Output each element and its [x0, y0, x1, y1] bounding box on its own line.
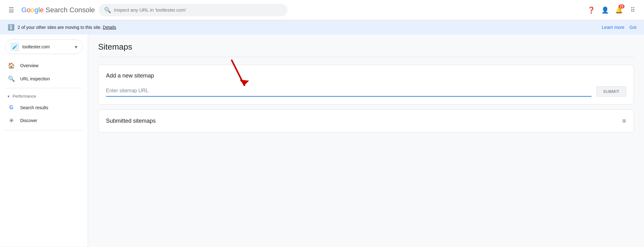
submitted-sitemaps-card: Submitted sitemaps ≡	[98, 110, 634, 132]
discover-icon: ✳	[8, 117, 15, 124]
header-actions: ❓ 👤 🔔 23 ⠿	[585, 4, 639, 16]
banner-message: 2 of your other sites are moving to this…	[18, 25, 599, 30]
property-name: tooltester.com	[22, 44, 72, 49]
collapse-arrow-icon: ▾	[8, 94, 9, 99]
search-icon: 🔍	[8, 75, 15, 82]
notification-banner: ℹ️ 2 of your other sites are moving to t…	[0, 20, 644, 35]
page-divider	[98, 57, 634, 57]
account-button[interactable]: 👤	[599, 4, 611, 16]
got-link[interactable]: Got	[629, 25, 636, 30]
url-search-bar[interactable]: 🔍	[99, 4, 287, 16]
apps-grid-icon: ⠿	[630, 6, 635, 14]
nav-divider-2	[5, 130, 83, 130]
add-sitemap-card-title: Add a new sitemap	[106, 72, 626, 79]
main-content: Sitemaps Add a new sitemap SUBMIT	[88, 35, 644, 246]
apps-button[interactable]: ⠿	[626, 4, 639, 16]
sidebar-item-label-url-inspection: URL inspection	[20, 76, 50, 81]
app-title: Search Console	[46, 6, 95, 14]
home-icon: 🏠	[8, 62, 15, 69]
sidebar-item-label-search-results: Search results	[20, 105, 48, 110]
person-icon: 👤	[601, 6, 609, 14]
sidebar-item-label-discover: Discover	[20, 118, 37, 123]
sidebar-item-search-results[interactable]: G Search results	[0, 102, 83, 114]
submit-sitemap-button[interactable]: SUBMIT	[597, 86, 626, 97]
info-icon: ℹ️	[8, 24, 14, 31]
property-dropdown-icon: ▾	[75, 44, 77, 50]
submitted-sitemaps-title: Submitted sitemaps	[106, 118, 156, 124]
property-selector[interactable]: 🧪 tooltester.com ▾	[5, 40, 83, 54]
nav-divider-1	[5, 88, 83, 88]
add-sitemap-card: Add a new sitemap SUBMIT	[98, 65, 634, 105]
filter-icon[interactable]: ≡	[622, 117, 626, 125]
header: ☰ Google Search Console 🔍 ❓ 👤 🔔 23 ⠿	[0, 0, 644, 20]
sidebar-item-discover[interactable]: ✳ Discover	[0, 114, 83, 127]
property-icon: 🧪	[10, 42, 19, 51]
sidebar-item-overview[interactable]: 🏠 Overview	[0, 59, 83, 72]
notifications-button[interactable]: 🔔 23	[613, 4, 625, 16]
sidebar: 🧪 tooltester.com ▾ 🏠 Overview 🔍 URL insp…	[0, 35, 88, 246]
performance-section-header[interactable]: ▾ Performance	[0, 91, 88, 102]
sitemap-input-row: SUBMIT	[106, 85, 626, 97]
menu-button[interactable]: ☰	[5, 4, 18, 16]
logo: Google Search Console	[21, 6, 95, 14]
performance-section-label: Performance	[13, 94, 36, 99]
sitemap-url-input[interactable]	[106, 85, 591, 97]
sidebar-item-label-overview: Overview	[20, 63, 38, 68]
banner-actions: Learn more Got	[602, 25, 636, 30]
google-g-icon: G	[8, 105, 15, 110]
sitemap-input-wrapper	[106, 85, 591, 97]
banner-details-link[interactable]: Details	[103, 25, 116, 30]
submitted-sitemaps-header: Submitted sitemaps ≡	[106, 117, 626, 125]
app-body: 🧪 tooltester.com ▾ 🏠 Overview 🔍 URL insp…	[0, 35, 644, 246]
learn-more-link[interactable]: Learn more	[602, 25, 625, 30]
notification-badge: 23	[619, 4, 625, 8]
url-search-input[interactable]	[114, 7, 282, 13]
page-title: Sitemaps	[98, 42, 634, 52]
help-icon: ❓	[587, 6, 595, 14]
search-icon: 🔍	[104, 7, 111, 13]
svg-marker-1	[240, 80, 249, 85]
google-logo-text: Google	[21, 6, 44, 14]
sidebar-item-url-inspection[interactable]: 🔍 URL inspection	[0, 72, 83, 85]
help-button[interactable]: ❓	[585, 4, 597, 16]
